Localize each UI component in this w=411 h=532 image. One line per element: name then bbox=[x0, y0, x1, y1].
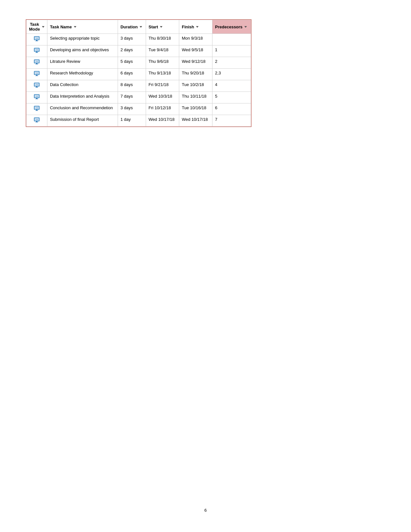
task-mode-cell: ⇒ bbox=[26, 80, 47, 92]
col-header-start-dropdown[interactable] bbox=[160, 26, 162, 28]
duration-cell: 2 days bbox=[118, 45, 146, 57]
svg-text:⇒: ⇒ bbox=[36, 49, 37, 51]
svg-rect-2 bbox=[36, 40, 37, 41]
col-header-task-name: Task Name bbox=[47, 20, 118, 34]
col-header-finish-label: Finish bbox=[182, 24, 194, 29]
svg-rect-12 bbox=[36, 63, 37, 64]
svg-rect-22 bbox=[36, 86, 37, 87]
page-number: 6 bbox=[204, 508, 207, 513]
task-name-cell: Developing aims and objectives bbox=[47, 45, 118, 57]
task-name-cell: Conclusion and Recommendetion bbox=[47, 103, 118, 115]
task-mode-svg: ⇒ bbox=[34, 94, 40, 100]
predecessors-cell: 1 bbox=[212, 45, 251, 57]
col-header-task-mode: TaskMode bbox=[26, 20, 47, 34]
col-header-task-name-label: Task Name bbox=[50, 24, 72, 29]
task-table-wrapper: TaskMode Task Name Duration bbox=[26, 19, 251, 127]
duration-cell: 8 days bbox=[118, 80, 146, 92]
svg-text:⇒: ⇒ bbox=[36, 107, 37, 109]
finish-cell: Wed 10/17/18 bbox=[179, 115, 212, 127]
col-header-task-name-dropdown[interactable] bbox=[74, 26, 76, 28]
duration-cell: 5 days bbox=[118, 57, 146, 69]
col-header-start: Start bbox=[146, 20, 179, 34]
task-mode-icon: ⇒ bbox=[34, 82, 40, 89]
col-header-task-mode-label: TaskMode bbox=[29, 22, 40, 32]
task-name-cell: Data Interpretetion and Analysis bbox=[47, 92, 118, 103]
col-header-duration-label: Duration bbox=[121, 24, 138, 29]
svg-rect-27 bbox=[36, 98, 37, 99]
svg-rect-32 bbox=[36, 110, 37, 111]
finish-cell: Thu 10/11/18 bbox=[179, 92, 212, 103]
svg-text:⇒: ⇒ bbox=[36, 119, 37, 121]
task-mode-icon: ⇒ bbox=[34, 94, 40, 100]
task-mode-svg: ⇒ bbox=[34, 36, 40, 42]
svg-rect-23 bbox=[35, 87, 38, 88]
finish-cell: Wed 9/12/18 bbox=[179, 57, 212, 69]
table-row: ⇒ Data Interpretetion and Analysis7 days… bbox=[26, 92, 251, 103]
start-cell: Fri 9/21/18 bbox=[146, 80, 179, 92]
col-header-finish-dropdown[interactable] bbox=[196, 26, 199, 28]
task-mode-icon: ⇒ bbox=[34, 71, 40, 77]
duration-cell: 3 days bbox=[118, 34, 146, 45]
task-mode-svg: ⇒ bbox=[34, 105, 40, 112]
col-header-predecessors: Predecessors bbox=[212, 20, 251, 34]
duration-cell: 3 days bbox=[118, 103, 146, 115]
svg-rect-28 bbox=[35, 99, 38, 99]
start-cell: Tue 9/4/18 bbox=[146, 45, 179, 57]
task-name-cell: Selecting appropriate topic bbox=[47, 34, 118, 45]
duration-cell: 6 days bbox=[118, 69, 146, 80]
page-container: TaskMode Task Name Duration bbox=[0, 0, 411, 147]
finish-cell: Thu 9/20/18 bbox=[179, 69, 212, 80]
svg-rect-17 bbox=[36, 75, 37, 76]
svg-text:⇒: ⇒ bbox=[36, 95, 37, 97]
task-mode-svg: ⇒ bbox=[34, 117, 40, 123]
task-mode-cell: ⇒ bbox=[26, 45, 47, 57]
finish-cell: Wed 9/5/18 bbox=[179, 45, 212, 57]
svg-rect-18 bbox=[35, 76, 38, 76]
table-header-row: TaskMode Task Name Duration bbox=[26, 20, 251, 34]
col-header-duration: Duration bbox=[118, 20, 146, 34]
duration-cell: 1 day bbox=[118, 115, 146, 127]
svg-text:⇒: ⇒ bbox=[36, 37, 37, 39]
finish-cell: Mon 9/3/18 bbox=[179, 34, 212, 45]
task-mode-cell: ⇒ bbox=[26, 115, 47, 127]
task-mode-svg: ⇒ bbox=[34, 82, 40, 89]
svg-text:⇒: ⇒ bbox=[36, 61, 37, 63]
col-header-predecessors-label: Predecessors bbox=[215, 24, 242, 29]
col-header-duration-dropdown[interactable] bbox=[140, 26, 142, 28]
duration-cell: 7 days bbox=[118, 92, 146, 103]
predecessors-cell: 2,3 bbox=[212, 69, 251, 80]
table-row: ⇒ Selecting appropriate topic3 daysThu 8… bbox=[26, 34, 251, 45]
table-body: ⇒ Selecting appropriate topic3 daysThu 8… bbox=[26, 34, 251, 127]
svg-rect-3 bbox=[35, 41, 38, 41]
task-mode-icon: ⇒ bbox=[34, 117, 40, 123]
finish-cell: Tue 10/16/18 bbox=[179, 103, 212, 115]
table-row: ⇒ Research Methodology6 daysThu 9/13/18T… bbox=[26, 69, 251, 80]
predecessors-cell bbox=[212, 34, 251, 45]
task-name-cell: Data Collection bbox=[47, 80, 118, 92]
table-row: ⇒ Submission of final Report1 dayWed 10/… bbox=[26, 115, 251, 127]
task-mode-svg: ⇒ bbox=[34, 59, 40, 65]
predecessors-cell: 7 bbox=[212, 115, 251, 127]
task-name-cell: Litrature Review bbox=[47, 57, 118, 69]
svg-rect-8 bbox=[35, 53, 38, 53]
svg-rect-7 bbox=[36, 52, 37, 53]
start-cell: Wed 10/17/18 bbox=[146, 115, 179, 127]
task-table: TaskMode Task Name Duration bbox=[26, 20, 251, 127]
svg-text:⇒: ⇒ bbox=[36, 72, 37, 74]
task-name-cell: Submission of final Report bbox=[47, 115, 118, 127]
col-header-task-mode-dropdown[interactable] bbox=[42, 26, 44, 28]
task-mode-svg: ⇒ bbox=[34, 47, 40, 54]
task-mode-svg: ⇒ bbox=[34, 71, 40, 77]
task-mode-icon: ⇒ bbox=[34, 105, 40, 112]
predecessors-cell: 4 bbox=[212, 80, 251, 92]
task-mode-icon: ⇒ bbox=[34, 59, 40, 65]
svg-rect-13 bbox=[35, 64, 38, 64]
svg-rect-33 bbox=[35, 111, 38, 111]
start-cell: Thu 8/30/18 bbox=[146, 34, 179, 45]
col-header-predecessors-dropdown[interactable] bbox=[244, 26, 247, 28]
start-cell: Thu 9/13/18 bbox=[146, 69, 179, 80]
task-mode-icon: ⇒ bbox=[34, 36, 40, 42]
start-cell: Fri 10/12/18 bbox=[146, 103, 179, 115]
svg-text:⇒: ⇒ bbox=[36, 84, 37, 86]
col-header-finish: Finish bbox=[179, 20, 212, 34]
